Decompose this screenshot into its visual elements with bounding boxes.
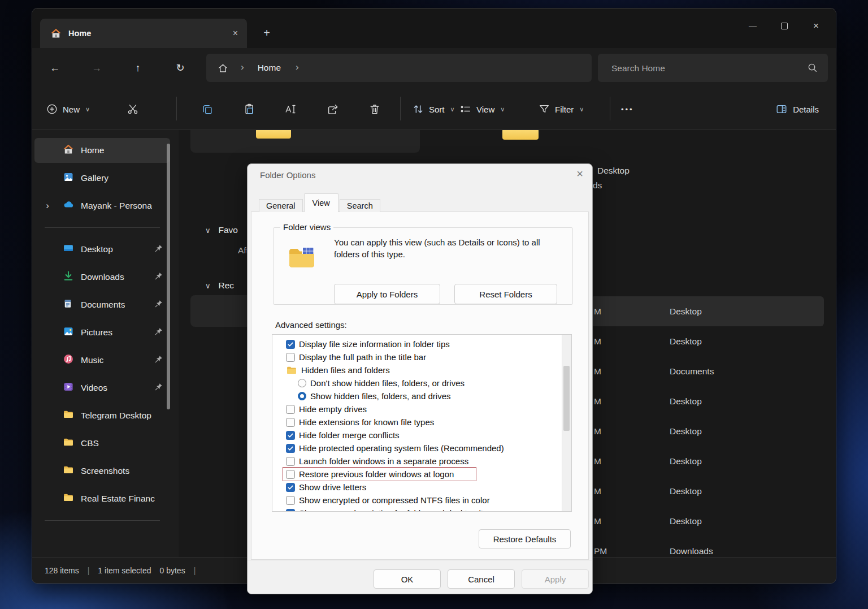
checkbox-unchecked[interactable]: [286, 405, 295, 414]
sidebar-item-downloads[interactable]: Downloads: [34, 265, 170, 290]
restore-defaults-button[interactable]: Restore Defaults: [479, 529, 571, 548]
back-button[interactable]: ←: [45, 58, 64, 77]
checkbox-checked[interactable]: [286, 431, 295, 440]
minimize-button[interactable]: —: [740, 18, 766, 34]
search-input[interactable]: [610, 54, 799, 83]
setting-hide-protected-operating-system-files-recommended[interactable]: Hide protected operating system files (R…: [272, 442, 562, 455]
sidebar-item-real-estate-financ[interactable]: Real Estate Financ: [34, 486, 170, 511]
advanced-settings-list[interactable]: Display file size information in folder …: [272, 334, 572, 512]
list-scrollbar[interactable]: [562, 335, 571, 511]
reset-folders-button[interactable]: Reset Folders: [454, 284, 557, 304]
checkbox-unchecked[interactable]: [286, 457, 295, 466]
sidebar-item-videos[interactable]: Videos: [34, 375, 170, 400]
dialog-tab-view[interactable]: View: [304, 193, 338, 212]
pin-icon: [154, 271, 163, 280]
breadcrumb[interactable]: › Home ›: [206, 54, 592, 82]
paste-button[interactable]: [243, 98, 255, 120]
refresh-button[interactable]: ↻: [171, 58, 190, 77]
modified-time-fragment: M: [594, 516, 601, 526]
apply-to-folders-button[interactable]: Apply to Folders: [334, 284, 440, 304]
file-row[interactable]: MDocuments: [591, 356, 824, 386]
setting-hide-folder-merge-conflicts[interactable]: Hide folder merge conflicts: [272, 429, 562, 442]
dialog-tab-general[interactable]: General: [259, 199, 303, 212]
file-row[interactable]: MDesktop: [591, 506, 824, 536]
radio-unselected[interactable]: [298, 379, 306, 387]
file-row[interactable]: MDesktop: [591, 386, 824, 416]
rename-button[interactable]: [284, 98, 297, 120]
sidebar-item-mayank-persona[interactable]: ›Mayank - Persona: [34, 193, 170, 218]
checkbox-checked[interactable]: [286, 444, 295, 453]
checkbox-checked[interactable]: [286, 483, 295, 492]
command-bar: New ∨ Sort ∨ View ∨ Filter: [32, 88, 836, 130]
sidebar-item-pictures[interactable]: Pictures: [34, 320, 170, 345]
setting-hide-extensions-for-known-file-types[interactable]: Hide extensions for known file types: [272, 416, 562, 429]
forward-button[interactable]: →: [87, 58, 106, 77]
section-recent[interactable]: ∨ Rec: [205, 280, 234, 291]
breadcrumb-home[interactable]: Home: [258, 63, 281, 73]
file-row[interactable]: MDesktop: [591, 446, 824, 476]
sidebar-item-documents[interactable]: Documents: [34, 292, 170, 317]
scrollbar-thumb[interactable]: [563, 366, 570, 431]
file-row[interactable]: MDesktop: [591, 476, 824, 506]
cancel-button[interactable]: Cancel: [448, 569, 515, 589]
checkbox-unchecked[interactable]: [286, 470, 295, 479]
apply-button[interactable]: Apply: [522, 569, 589, 589]
dialog-tab-search[interactable]: Search: [340, 199, 380, 212]
checkbox-unchecked[interactable]: [286, 496, 295, 505]
view-button[interactable]: View ∨: [459, 98, 505, 120]
setting-launch-folder-windows-in-a-separate-process[interactable]: Launch folder windows in a separate proc…: [272, 455, 562, 468]
sort-button[interactable]: Sort ∨: [412, 98, 455, 120]
modified-time-fragment: M: [594, 456, 601, 467]
checkbox-unchecked[interactable]: [286, 353, 295, 362]
setting-restore-previous-folder-windows-at-logon[interactable]: Restore previous folder windows at logon: [272, 468, 562, 481]
sidebar-item-music[interactable]: Music: [34, 348, 170, 373]
setting-show-pop-up-description-for-folder-and-desktop-items[interactable]: Show pop-up description for folder and d…: [272, 507, 562, 512]
setting-show-encrypted-or-compressed-ntfs-files-in-color[interactable]: Show encrypted or compressed NTFS files …: [272, 494, 562, 507]
dialog-close-icon[interactable]: ×: [576, 167, 583, 180]
filter-button[interactable]: Filter ∨: [538, 98, 584, 120]
sidebar-item-desktop[interactable]: Desktop: [34, 237, 170, 262]
new-tab-button[interactable]: +: [258, 24, 275, 41]
file-row[interactable]: MDesktop: [591, 416, 824, 446]
setting-show-drive-letters[interactable]: Show drive letters: [272, 481, 562, 494]
file-row[interactable]: MDesktop: [591, 326, 824, 356]
setting-display-file-size-information-in-folder-tips[interactable]: Display file size information in folder …: [272, 338, 562, 351]
filter-icon: [538, 103, 550, 115]
search-box[interactable]: [598, 54, 828, 82]
sidebar-item-screenshots[interactable]: Screenshots: [34, 459, 170, 483]
setting-hide-empty-drives[interactable]: Hide empty drives: [272, 403, 562, 416]
tab-home[interactable]: Home ×: [40, 19, 247, 48]
details-pane-button[interactable]: Details: [775, 98, 819, 120]
maximize-button[interactable]: [771, 18, 797, 34]
sidebar-item-gallery[interactable]: Gallery: [34, 166, 170, 191]
dialog-footer: OK Cancel Apply: [248, 560, 592, 594]
sidebar-scrollbar[interactable]: [167, 144, 170, 409]
radio-selected[interactable]: [298, 392, 306, 400]
more-options-button[interactable]: •••: [621, 98, 634, 120]
new-button[interactable]: New ∨: [46, 98, 90, 120]
close-button[interactable]: ×: [803, 18, 829, 34]
sidebar-item-cbs[interactable]: CBS: [34, 431, 170, 456]
file-row[interactable]: MDesktop: [591, 296, 824, 326]
checkbox-unchecked[interactable]: [286, 418, 295, 427]
up-button[interactable]: ↑: [128, 58, 147, 77]
tab-close-icon[interactable]: ×: [233, 28, 238, 38]
ok-button[interactable]: OK: [374, 569, 441, 589]
copy-button[interactable]: [201, 98, 214, 120]
setting-don-t-show-hidden-files-folders-or-drives[interactable]: Don't show hidden files, folders, or dri…: [272, 377, 562, 390]
share-button[interactable]: [327, 98, 339, 120]
file-location: Desktop: [670, 516, 702, 526]
checkbox-checked[interactable]: [286, 340, 295, 349]
sidebar-item-telegram-desktop[interactable]: Telegram Desktop: [34, 403, 170, 428]
cut-button[interactable]: [127, 98, 139, 120]
modified-time-fragment: M: [594, 396, 601, 407]
sidebar-item-home[interactable]: Home: [34, 138, 170, 163]
checkbox-checked[interactable]: [286, 509, 295, 512]
delete-button[interactable]: [368, 98, 381, 120]
file-row[interactable]: PMDownloads: [591, 536, 824, 557]
setting-show-hidden-files-folders-and-drives[interactable]: Show hidden files, folders, and drives: [272, 390, 562, 403]
setting-hidden-files-and-folders[interactable]: Hidden files and folders: [272, 364, 562, 377]
section-favorites[interactable]: ∨ Favo: [205, 225, 238, 235]
setting-display-the-full-path-in-the-title-bar[interactable]: Display the full path in the title bar: [272, 351, 562, 364]
chevron-right-icon[interactable]: ›: [39, 200, 56, 211]
